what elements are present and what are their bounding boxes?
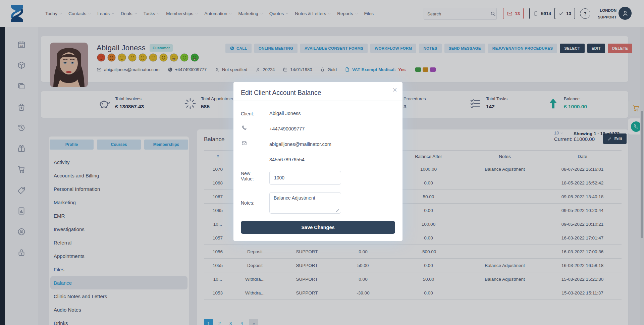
notes-label: Notes: <box>241 200 264 206</box>
email-field-value: abigailjones@mailinator.com <box>269 142 331 147</box>
save-changes-button[interactable]: Save Changes <box>241 221 395 234</box>
new-value-input[interactable] <box>269 171 341 185</box>
resize-handle-icon[interactable] <box>336 209 339 212</box>
client-field-value: Abigail Joness <box>269 111 301 116</box>
envelope-icon <box>241 141 247 146</box>
phone-receiver-icon <box>241 125 247 130</box>
client-field-label: Client: <box>241 111 264 116</box>
modal-divider <box>233 101 402 101</box>
modal-title: Edit Client Account Balance <box>241 89 321 97</box>
page: TodayContactsLeadsDealsTasksMembershipsA… <box>0 0 644 325</box>
new-value-label: New Value: <box>241 171 264 181</box>
notes-textarea[interactable]: Balance Adjustment <box>269 192 341 214</box>
card-number-value: 3455678976554 <box>269 157 305 162</box>
phone-field-value: +447490009777 <box>269 126 305 131</box>
close-icon[interactable]: × <box>393 86 397 94</box>
edit-balance-modal: Edit Client Account Balance × Client: Ab… <box>233 82 402 241</box>
